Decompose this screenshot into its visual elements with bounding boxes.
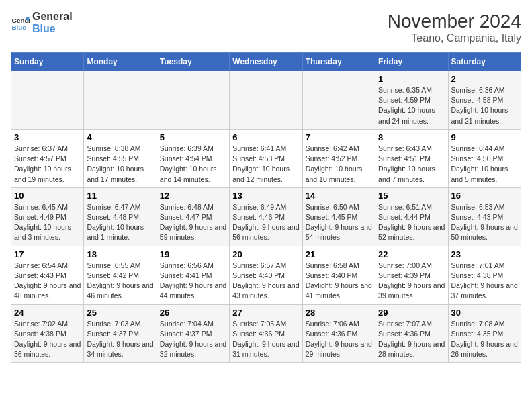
calendar-cell: 26Sunrise: 7:04 AM Sunset: 4:37 PM Dayli… bbox=[157, 304, 229, 363]
weekday-header-row: SundayMondayTuesdayWednesdayThursdayFrid… bbox=[11, 53, 521, 71]
calendar-cell: 19Sunrise: 6:56 AM Sunset: 4:41 PM Dayli… bbox=[157, 246, 229, 304]
day-number: 24 bbox=[14, 308, 81, 318]
day-number: 15 bbox=[378, 191, 445, 201]
day-info: Sunrise: 6:42 AM Sunset: 4:52 PM Dayligh… bbox=[306, 144, 372, 185]
calendar-cell bbox=[230, 71, 302, 130]
day-info: Sunrise: 7:00 AM Sunset: 4:39 PM Dayligh… bbox=[378, 261, 445, 302]
day-number: 11 bbox=[87, 191, 153, 201]
calendar-cell bbox=[302, 71, 375, 130]
calendar-week-row: 10Sunrise: 6:45 AM Sunset: 4:49 PM Dayli… bbox=[11, 187, 521, 246]
day-info: Sunrise: 6:41 AM Sunset: 4:53 PM Dayligh… bbox=[232, 144, 299, 185]
calendar-cell: 8Sunrise: 6:43 AM Sunset: 4:51 PM Daylig… bbox=[375, 129, 448, 187]
calendar-cell: 9Sunrise: 6:44 AM Sunset: 4:50 PM Daylig… bbox=[448, 129, 521, 187]
day-info: Sunrise: 6:50 AM Sunset: 4:45 PM Dayligh… bbox=[306, 202, 372, 243]
day-info: Sunrise: 6:37 AM Sunset: 4:57 PM Dayligh… bbox=[14, 144, 81, 185]
calendar-cell bbox=[84, 71, 157, 130]
page-header: General Blue General Blue November 2024 … bbox=[11, 11, 521, 44]
logo-line2: Blue bbox=[32, 23, 73, 35]
calendar-cell: 15Sunrise: 6:51 AM Sunset: 4:44 PM Dayli… bbox=[375, 187, 448, 246]
calendar-cell: 18Sunrise: 6:55 AM Sunset: 4:42 PM Dayli… bbox=[84, 246, 157, 304]
day-info: Sunrise: 6:35 AM Sunset: 4:59 PM Dayligh… bbox=[378, 85, 445, 126]
day-info: Sunrise: 7:08 AM Sunset: 4:35 PM Dayligh… bbox=[451, 319, 518, 360]
weekday-header: Thursday bbox=[302, 53, 375, 71]
calendar-subtitle: Teano, Campania, Italy bbox=[388, 32, 521, 44]
day-info: Sunrise: 6:53 AM Sunset: 4:43 PM Dayligh… bbox=[451, 202, 518, 243]
day-info: Sunrise: 6:48 AM Sunset: 4:47 PM Dayligh… bbox=[160, 202, 226, 243]
day-info: Sunrise: 6:43 AM Sunset: 4:51 PM Dayligh… bbox=[378, 144, 445, 185]
calendar-table: SundayMondayTuesdayWednesdayThursdayFrid… bbox=[11, 52, 521, 363]
calendar-cell bbox=[11, 71, 84, 130]
weekday-header: Monday bbox=[84, 53, 157, 71]
day-info: Sunrise: 6:49 AM Sunset: 4:46 PM Dayligh… bbox=[232, 202, 299, 243]
calendar-cell: 5Sunrise: 6:39 AM Sunset: 4:54 PM Daylig… bbox=[157, 129, 229, 187]
calendar-cell: 28Sunrise: 7:06 AM Sunset: 4:36 PM Dayli… bbox=[302, 304, 375, 363]
day-number: 26 bbox=[160, 308, 226, 318]
day-number: 30 bbox=[451, 308, 518, 318]
day-number: 29 bbox=[378, 308, 445, 318]
day-info: Sunrise: 7:01 AM Sunset: 4:38 PM Dayligh… bbox=[451, 261, 518, 302]
day-number: 18 bbox=[87, 249, 153, 259]
day-info: Sunrise: 7:02 AM Sunset: 4:38 PM Dayligh… bbox=[14, 319, 81, 360]
day-info: Sunrise: 7:04 AM Sunset: 4:37 PM Dayligh… bbox=[160, 319, 226, 360]
day-number: 27 bbox=[232, 308, 299, 318]
calendar-cell: 10Sunrise: 6:45 AM Sunset: 4:49 PM Dayli… bbox=[11, 187, 84, 246]
day-number: 13 bbox=[232, 191, 299, 201]
day-info: Sunrise: 7:03 AM Sunset: 4:37 PM Dayligh… bbox=[87, 319, 153, 360]
calendar-cell: 13Sunrise: 6:49 AM Sunset: 4:46 PM Dayli… bbox=[230, 187, 302, 246]
weekday-header: Sunday bbox=[11, 53, 84, 71]
calendar-cell bbox=[157, 71, 229, 130]
day-info: Sunrise: 6:58 AM Sunset: 4:40 PM Dayligh… bbox=[306, 261, 372, 302]
calendar-cell: 27Sunrise: 7:05 AM Sunset: 4:36 PM Dayli… bbox=[230, 304, 302, 363]
svg-text:Blue: Blue bbox=[11, 23, 26, 30]
calendar-cell: 1Sunrise: 6:35 AM Sunset: 4:59 PM Daylig… bbox=[375, 71, 448, 130]
day-number: 19 bbox=[160, 249, 226, 259]
day-info: Sunrise: 7:05 AM Sunset: 4:36 PM Dayligh… bbox=[232, 319, 299, 360]
day-number: 20 bbox=[232, 249, 299, 259]
calendar-cell: 29Sunrise: 7:07 AM Sunset: 4:36 PM Dayli… bbox=[375, 304, 448, 363]
day-info: Sunrise: 6:45 AM Sunset: 4:49 PM Dayligh… bbox=[14, 202, 81, 243]
day-info: Sunrise: 6:51 AM Sunset: 4:44 PM Dayligh… bbox=[378, 202, 445, 243]
weekday-header: Wednesday bbox=[230, 53, 302, 71]
calendar-cell: 25Sunrise: 7:03 AM Sunset: 4:37 PM Dayli… bbox=[84, 304, 157, 363]
day-number: 21 bbox=[306, 249, 372, 259]
calendar-cell: 23Sunrise: 7:01 AM Sunset: 4:38 PM Dayli… bbox=[448, 246, 521, 304]
calendar-cell: 12Sunrise: 6:48 AM Sunset: 4:47 PM Dayli… bbox=[157, 187, 229, 246]
calendar-cell: 11Sunrise: 6:47 AM Sunset: 4:48 PM Dayli… bbox=[84, 187, 157, 246]
logo-icon: General Blue bbox=[11, 13, 30, 32]
day-number: 3 bbox=[14, 132, 81, 142]
day-number: 23 bbox=[451, 249, 518, 259]
day-info: Sunrise: 6:38 AM Sunset: 4:55 PM Dayligh… bbox=[87, 144, 153, 185]
day-info: Sunrise: 7:07 AM Sunset: 4:36 PM Dayligh… bbox=[378, 319, 445, 360]
day-number: 12 bbox=[160, 191, 226, 201]
day-number: 4 bbox=[87, 132, 153, 142]
day-number: 6 bbox=[232, 132, 299, 142]
day-info: Sunrise: 6:47 AM Sunset: 4:48 PM Dayligh… bbox=[87, 202, 153, 243]
day-number: 22 bbox=[378, 249, 445, 259]
calendar-cell: 22Sunrise: 7:00 AM Sunset: 4:39 PM Dayli… bbox=[375, 246, 448, 304]
calendar-cell: 17Sunrise: 6:54 AM Sunset: 4:43 PM Dayli… bbox=[11, 246, 84, 304]
weekday-header: Saturday bbox=[448, 53, 521, 71]
calendar-cell: 14Sunrise: 6:50 AM Sunset: 4:45 PM Dayli… bbox=[302, 187, 375, 246]
calendar-cell: 7Sunrise: 6:42 AM Sunset: 4:52 PM Daylig… bbox=[302, 129, 375, 187]
day-info: Sunrise: 6:56 AM Sunset: 4:41 PM Dayligh… bbox=[160, 261, 226, 302]
calendar-cell: 24Sunrise: 7:02 AM Sunset: 4:38 PM Dayli… bbox=[11, 304, 84, 363]
day-number: 17 bbox=[14, 249, 81, 259]
day-info: Sunrise: 6:55 AM Sunset: 4:42 PM Dayligh… bbox=[87, 261, 153, 302]
day-info: Sunrise: 6:57 AM Sunset: 4:40 PM Dayligh… bbox=[232, 261, 299, 302]
weekday-header: Tuesday bbox=[157, 53, 229, 71]
logo-line1: General bbox=[32, 11, 73, 23]
day-number: 10 bbox=[14, 191, 81, 201]
day-info: Sunrise: 6:54 AM Sunset: 4:43 PM Dayligh… bbox=[14, 261, 81, 302]
calendar-week-row: 3Sunrise: 6:37 AM Sunset: 4:57 PM Daylig… bbox=[11, 129, 521, 187]
calendar-week-row: 1Sunrise: 6:35 AM Sunset: 4:59 PM Daylig… bbox=[11, 71, 521, 130]
calendar-week-row: 24Sunrise: 7:02 AM Sunset: 4:38 PM Dayli… bbox=[11, 304, 521, 363]
weekday-header: Friday bbox=[375, 53, 448, 71]
day-number: 7 bbox=[306, 132, 372, 142]
calendar-cell: 20Sunrise: 6:57 AM Sunset: 4:40 PM Dayli… bbox=[230, 246, 302, 304]
day-number: 9 bbox=[451, 132, 518, 142]
day-info: Sunrise: 6:39 AM Sunset: 4:54 PM Dayligh… bbox=[160, 144, 226, 185]
logo: General Blue General Blue bbox=[11, 11, 73, 34]
calendar-cell: 4Sunrise: 6:38 AM Sunset: 4:55 PM Daylig… bbox=[84, 129, 157, 187]
day-info: Sunrise: 7:06 AM Sunset: 4:36 PM Dayligh… bbox=[306, 319, 372, 360]
title-block: November 2024 Teano, Campania, Italy bbox=[388, 11, 521, 44]
